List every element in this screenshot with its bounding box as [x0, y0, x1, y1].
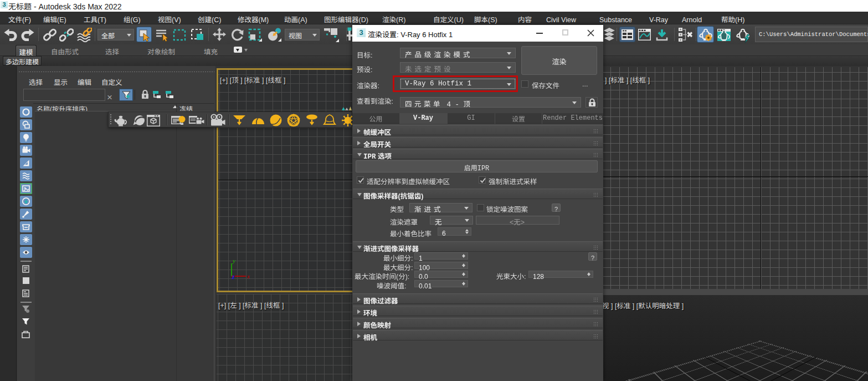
svg-text:y: y: [232, 258, 235, 264]
svg-text:x: x: [246, 273, 250, 280]
svg-text:z: z: [232, 273, 235, 280]
